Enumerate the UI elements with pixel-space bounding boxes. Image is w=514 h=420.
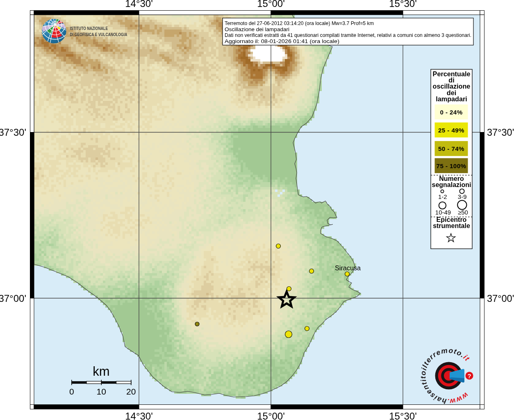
svg-text:strumentale: strumentale [433, 222, 470, 229]
svg-text:segnalazioni: segnalazioni [432, 181, 471, 188]
svg-text:37°30': 37°30' [487, 127, 514, 138]
svg-text:10-49: 10-49 [435, 209, 451, 216]
svg-text:≥50: ≥50 [458, 209, 468, 216]
svg-text:Terremoto del 27-06-2012 03:14: Terremoto del 27-06-2012 03:14:20 (ora l… [225, 20, 374, 26]
svg-text:DI GEOFISICA E VULCANOLOGIA: DI GEOFISICA E VULCANOLOGIA [70, 32, 127, 37]
svg-text:15°30': 15°30' [389, 0, 417, 9]
svg-text:Oscillazione dei lampadari: Oscillazione dei lampadari [225, 26, 289, 32]
svg-text:0: 0 [69, 387, 74, 396]
svg-text:lampadari: lampadari [436, 95, 467, 103]
svg-text:ISTITUTO NAZIONALE: ISTITUTO NAZIONALE [70, 26, 108, 31]
svg-text:15°00': 15°00' [257, 411, 285, 420]
svg-text:km: km [93, 364, 109, 379]
svg-text:15°00': 15°00' [257, 0, 285, 9]
svg-text:14°30': 14°30' [125, 411, 153, 420]
svg-text:50 - 74%: 50 - 74% [438, 145, 464, 152]
svg-text:3-9: 3-9 [458, 193, 467, 200]
svg-text:37°00': 37°00' [487, 293, 514, 304]
svg-text:14°30': 14°30' [125, 0, 153, 9]
svg-text:Siracusa: Siracusa [335, 264, 361, 272]
svg-text:37°00': 37°00' [0, 293, 26, 304]
svg-text:75 - 100%: 75 - 100% [437, 162, 466, 169]
svg-text:1-2: 1-2 [438, 193, 447, 200]
svg-text:0 - 24%: 0 - 24% [440, 109, 462, 116]
svg-text:10: 10 [97, 387, 106, 396]
svg-text:20: 20 [126, 387, 136, 396]
svg-text:37°30': 37°30' [0, 127, 26, 138]
svg-text:25 - 49%: 25 - 49% [438, 127, 464, 134]
svg-text:15°30': 15°30' [389, 411, 417, 420]
svg-text:Dati non verificati estratti d: Dati non verificati estratti da 41 quest… [225, 32, 471, 38]
svg-text:Aggiornato il: 08-01-2026 01:4: Aggiornato il: 08-01-2026 01:41 (ora loc… [225, 38, 339, 44]
svg-text:?: ? [467, 372, 471, 379]
